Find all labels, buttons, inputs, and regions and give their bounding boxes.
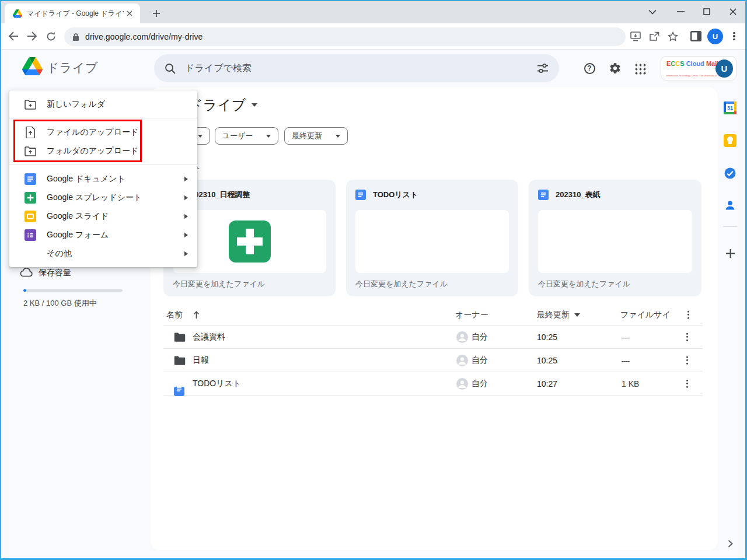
filter-chip-modified[interactable]: 最終更新 — [284, 127, 348, 145]
main-content-panel: マイドライブ 種類 ユーザー 最終更新 候補リスト 202310_日程調整 — [151, 88, 718, 550]
folder-icon — [174, 356, 186, 365]
search-bar[interactable] — [154, 54, 559, 82]
drive-app: ドライブ ? ECCS Cloud Mail — [0, 50, 747, 560]
row-options-icon[interactable] — [684, 377, 690, 390]
menu-item-google-forms[interactable]: Google フォーム — [9, 226, 197, 244]
sheets-logo-icon — [229, 220, 271, 262]
row-options-icon[interactable] — [684, 330, 690, 344]
file-name: 日報 — [193, 355, 209, 366]
search-options-icon[interactable] — [537, 63, 549, 74]
card-caption: 今日変更を加えたファイル — [538, 279, 630, 289]
file-list-header: 名前 オーナー 最終更新 ファイルサイ — [163, 304, 703, 326]
window-border — [0, 0, 1, 560]
row-options-icon[interactable] — [684, 354, 690, 367]
no-icon — [25, 248, 36, 260]
add-addon-icon[interactable] — [724, 247, 736, 260]
search-input[interactable] — [184, 62, 537, 74]
title-caret-icon — [252, 103, 257, 107]
storage-label[interactable]: 保存容量 — [39, 268, 71, 278]
google-sheets-icon — [25, 192, 36, 204]
menu-item-label: Google フォーム — [47, 230, 109, 240]
folder-icon — [174, 332, 186, 342]
menu-divider — [9, 118, 197, 118]
menu-item-label: 新しいフォルダ — [47, 99, 105, 110]
window-close-button[interactable] — [725, 4, 741, 20]
app-wordmark: ドライブ — [47, 60, 98, 76]
help-icon[interactable]: ? — [582, 61, 597, 76]
submenu-arrow-icon — [184, 177, 188, 181]
menu-item-label: Google スプレッドシート — [47, 192, 142, 203]
cloud-storage-icon — [20, 267, 33, 277]
menu-item-label: Google ドキュメント — [47, 174, 125, 184]
chevron-down-icon — [198, 135, 203, 138]
column-header-owner[interactable]: オーナー — [455, 310, 488, 320]
contacts-icon[interactable] — [724, 199, 736, 212]
drive-favicon-icon — [13, 9, 22, 18]
window-maximize-button[interactable] — [699, 4, 715, 20]
card-caption: 今日変更を加えたファイル — [355, 279, 448, 289]
forward-button[interactable] — [24, 28, 40, 44]
hide-side-panel-chevron-icon[interactable] — [724, 537, 736, 550]
menu-item-google-sheets[interactable]: Google スプレッドシート — [9, 188, 197, 207]
docs-file-icon — [538, 190, 549, 200]
column-header-modified[interactable]: 最終更新 — [537, 310, 580, 320]
tasks-icon[interactable] — [724, 167, 736, 180]
window-minimize-button[interactable] — [672, 4, 689, 20]
menu-item-new-folder[interactable]: 新しいフォルダ — [9, 95, 197, 114]
share-icon[interactable] — [646, 28, 662, 44]
file-name: 会議資料 — [193, 332, 225, 342]
side-panel-icon[interactable] — [687, 28, 704, 44]
lock-icon — [72, 33, 79, 41]
apps-grid-icon[interactable] — [633, 61, 648, 76]
new-menu-popup: 新しいフォルダ ファイルのアップロード フォルダのアップロード Google ド… — [9, 90, 197, 267]
browser-profile-avatar[interactable]: U — [707, 29, 723, 44]
address-bar[interactable]: drive.google.com/drive/my-drive — [64, 27, 626, 46]
column-header-name[interactable]: 名前 — [166, 310, 183, 320]
browser-menu-icon[interactable] — [726, 28, 742, 44]
eccs-cloud-mail-logo: ECCS Cloud Mail Information Technology C… — [666, 58, 715, 79]
bookmark-star-icon[interactable] — [665, 28, 681, 44]
table-row[interactable]: 日報 自分 10:25 — — [163, 349, 703, 372]
google-slides-icon — [25, 211, 36, 222]
account-badge[interactable]: ECCS Cloud Mail Information Technology C… — [661, 56, 736, 80]
drive-logo-icon — [22, 57, 43, 78]
menu-item-label: その他 — [47, 249, 72, 259]
menu-item-label: Google スライド — [47, 211, 109, 222]
new-tab-button[interactable] — [148, 5, 165, 22]
table-row[interactable]: 会議資料 自分 10:25 — — [163, 326, 703, 349]
sort-descending-icon — [574, 313, 580, 317]
card-caption: 今日変更を加えたファイル — [173, 279, 265, 289]
column-header-size[interactable]: ファイルサイ — [620, 310, 671, 320]
window-border — [0, 0, 747, 1]
submenu-arrow-icon — [184, 251, 188, 256]
column-options-icon[interactable] — [685, 308, 692, 321]
menu-item-more[interactable]: その他 — [9, 244, 197, 263]
sort-ascending-icon[interactable] — [193, 311, 200, 319]
docs-file-icon — [355, 190, 366, 200]
back-button[interactable] — [5, 28, 22, 44]
keep-icon[interactable] — [724, 134, 736, 147]
search-icon — [165, 63, 176, 74]
menu-item-google-docs[interactable]: Google ドキュメント — [9, 170, 197, 188]
filter-chip-people[interactable]: ユーザー — [215, 127, 278, 145]
submenu-arrow-icon — [184, 195, 188, 200]
calendar-icon[interactable]: 31 — [724, 102, 736, 114]
owner-avatar — [456, 378, 468, 390]
browser-window: マイドライブ - Google ドライブ — [0, 0, 747, 560]
suggested-card[interactable]: 202310_表紙 今日変更を加えたファイル — [529, 180, 701, 296]
tab-search-chevron-icon[interactable] — [644, 4, 661, 20]
menu-item-google-slides[interactable]: Google スライド — [9, 207, 197, 226]
browser-tab[interactable]: マイドライブ - Google ドライブ — [5, 4, 140, 23]
install-icon[interactable] — [627, 28, 644, 44]
reload-button[interactable] — [43, 28, 59, 44]
table-row[interactable]: TODOリスト 自分 10:27 1 KB — [163, 372, 703, 396]
suggested-card[interactable]: TODOリスト 今日変更を加えたファイル — [346, 180, 518, 296]
account-avatar[interactable]: U — [715, 60, 733, 78]
submenu-arrow-icon — [184, 214, 188, 219]
file-size: 1 KB — [622, 379, 639, 388]
owner-avatar — [456, 355, 468, 366]
tab-close-icon[interactable] — [124, 8, 135, 19]
settings-gear-icon[interactable] — [608, 61, 623, 76]
owner-name: 自分 — [472, 332, 488, 342]
modified-time: 10:25 — [537, 332, 557, 342]
